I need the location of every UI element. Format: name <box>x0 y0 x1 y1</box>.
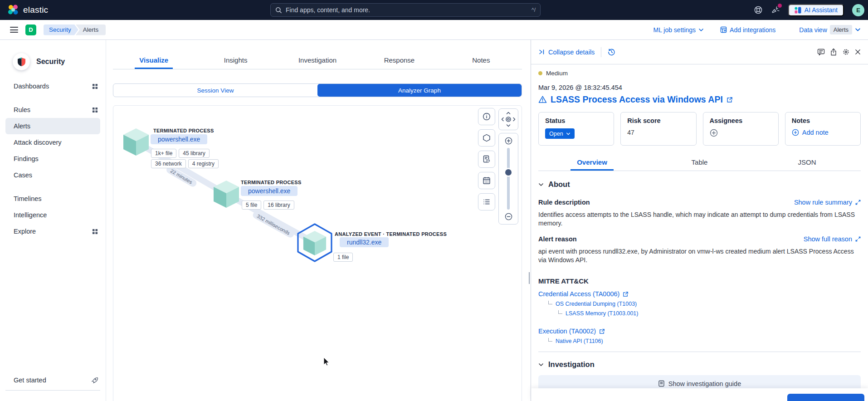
event-count-badge[interactable]: 36 network <box>151 159 186 168</box>
show-rule-summary-link[interactable]: Show rule summary <box>794 199 861 206</box>
analyzer-graph-canvas[interactable]: 22 minutes 332 milliseconds TERMINATED P… <box>113 105 522 401</box>
sidebar-item-explore[interactable]: Explore <box>0 223 106 240</box>
session-view-button[interactable]: Session View <box>113 84 317 97</box>
sidebar-item-intelligence[interactable]: Intelligence <box>0 207 106 223</box>
external-link-icon <box>599 328 605 334</box>
tab-insights[interactable]: Insights <box>195 51 276 69</box>
event-count-badge[interactable]: 1 file <box>333 253 353 262</box>
zoom-slider-thumb[interactable] <box>505 169 512 176</box>
date-picker-button[interactable] <box>478 172 495 189</box>
analyzer-graph-button[interactable]: Analyzer Graph <box>317 84 522 97</box>
node-process-name[interactable]: powershell.exe <box>241 186 297 196</box>
menu-icon[interactable] <box>10 27 18 33</box>
mitre-technique-link[interactable]: OS Credential Dumping (T1003) <box>538 301 861 307</box>
collapse-details-button[interactable]: Collapse details <box>538 49 595 56</box>
user-avatar[interactable]: E <box>852 4 864 16</box>
add-note-button[interactable]: Add note <box>792 129 854 136</box>
tab-overview[interactable]: Overview <box>538 154 646 171</box>
tab-json[interactable]: JSON <box>753 154 861 171</box>
sidebar-divider <box>5 390 100 391</box>
tab-notes[interactable]: Notes <box>440 51 522 69</box>
schema-info-button[interactable] <box>478 129 495 147</box>
process-node-cube[interactable] <box>303 230 327 256</box>
zoom-slider[interactable] <box>507 148 510 210</box>
settings-gear-icon[interactable] <box>842 48 850 56</box>
alert-history-icon[interactable] <box>608 48 615 56</box>
sidebar-item-findings[interactable]: Findings <box>0 151 106 167</box>
add-assignee-icon[interactable] <box>710 129 718 137</box>
ai-assistant-button[interactable]: AI Assistant <box>788 4 844 16</box>
breadcrumb-security[interactable]: Security <box>44 24 78 35</box>
alert-reason-text: api event with process rundll32.exe, by … <box>538 247 858 265</box>
graph-pan-control[interactable] <box>498 108 518 130</box>
sidebar-item-attack-discovery[interactable]: Attack discovery <box>0 134 106 151</box>
sidebar-item-get-started[interactable]: Get started <box>0 372 106 388</box>
page-actions: ML job settings Add integrations Data vi… <box>653 25 861 34</box>
panel-opener-icon[interactable] <box>92 107 98 113</box>
plus-circle-icon <box>792 129 799 136</box>
close-icon[interactable] <box>855 49 861 55</box>
node-process-name[interactable]: rundll32.exe <box>340 237 389 247</box>
severity-dot <box>538 71 542 75</box>
process-node-cube[interactable] <box>213 180 239 208</box>
process-node-cube[interactable] <box>123 128 149 156</box>
tab-investigation[interactable]: Investigation <box>277 51 358 69</box>
event-list-button[interactable] <box>478 193 495 210</box>
node-process-name[interactable]: powershell.exe <box>151 134 207 144</box>
help-icon[interactable] <box>754 5 763 15</box>
chevron-down-icon <box>698 27 704 33</box>
mitre-technique-link[interactable]: Native API (T1106) <box>538 338 861 344</box>
risk-score-value: 47 <box>627 129 689 136</box>
node-type-label: ANALYZED EVENT · TERMINATED PROCESS <box>335 231 447 237</box>
graph-zoom-control <box>498 133 518 225</box>
investigation-section-header[interactable]: Investigation <box>538 360 861 369</box>
event-count-badge[interactable]: 4 registry <box>188 159 219 168</box>
search-icon <box>275 7 282 14</box>
alert-title[interactable]: LSASS Process Access via Windows API <box>551 94 723 105</box>
space-badge[interactable]: D <box>25 24 36 35</box>
breadcrumb-alerts: Alerts <box>76 24 106 35</box>
view-toggle: Session View Analyzer Graph <box>113 83 522 97</box>
mitre-tactic-link[interactable]: Execution (TA0002) <box>538 328 861 335</box>
external-link-icon[interactable] <box>727 97 733 103</box>
node-event-badges: 1k+ file 45 library <box>151 149 210 158</box>
zoom-in-icon[interactable] <box>505 137 512 145</box>
share-export-icon[interactable] <box>830 48 837 56</box>
event-count-badge[interactable]: 16 library <box>263 200 294 210</box>
risk-score-card: Risk score 47 <box>620 112 696 146</box>
event-count-badge[interactable]: 5 file <box>242 200 261 210</box>
global-search-input[interactable]: Find apps, content, and more. ^/ <box>270 3 541 17</box>
sidebar-item-rules[interactable]: Rules <box>0 102 106 118</box>
zoom-out-icon[interactable] <box>505 213 512 220</box>
about-section-header[interactable]: About <box>538 180 861 189</box>
sidebar-item-alerts[interactable]: Alerts <box>5 118 100 134</box>
node-events-button[interactable] <box>478 151 495 168</box>
node-legend-button[interactable] <box>478 108 495 125</box>
tab-table[interactable]: Table <box>646 154 753 171</box>
event-count-badge[interactable]: 45 library <box>179 149 209 158</box>
feedback-comment-icon[interactable] <box>817 48 825 56</box>
mitre-tactic-link[interactable]: Credential Access (TA0006) <box>538 290 861 298</box>
whats-new-icon[interactable] <box>771 5 780 15</box>
sidebar-item-timelines[interactable]: Timelines <box>0 191 106 207</box>
elastic-brand[interactable]: elastic <box>7 0 48 20</box>
sidebar-item-manage[interactable]: Manage <box>0 396 106 401</box>
ml-job-settings-button[interactable]: ML job settings <box>653 26 704 34</box>
status-open-button[interactable]: Open <box>545 128 575 139</box>
take-action-button[interactable] <box>787 394 864 401</box>
sidebar-item-cases[interactable]: Cases <box>0 167 106 183</box>
panel-opener-icon[interactable] <box>92 83 98 89</box>
section-divider <box>538 352 861 352</box>
chevron-down-icon <box>855 27 861 33</box>
breadcrumb-bar: D Security Alerts ML job settings Add in… <box>0 20 868 40</box>
mitre-subtechnique-link[interactable]: LSASS Memory (T1003.001) <box>538 310 861 317</box>
event-count-badge[interactable]: 1k+ file <box>151 149 176 158</box>
panel-opener-icon[interactable] <box>92 229 98 235</box>
data-view-selector[interactable]: Data view Alerts <box>799 25 861 34</box>
status-card: Status Open <box>538 112 614 146</box>
tab-response[interactable]: Response <box>358 51 440 69</box>
sidebar-item-dashboards[interactable]: Dashboards <box>0 78 106 94</box>
show-full-reason-link[interactable]: Show full reason <box>804 235 861 243</box>
add-integrations-button[interactable]: Add integrations <box>720 26 775 34</box>
tab-visualize[interactable]: Visualize <box>113 51 195 69</box>
